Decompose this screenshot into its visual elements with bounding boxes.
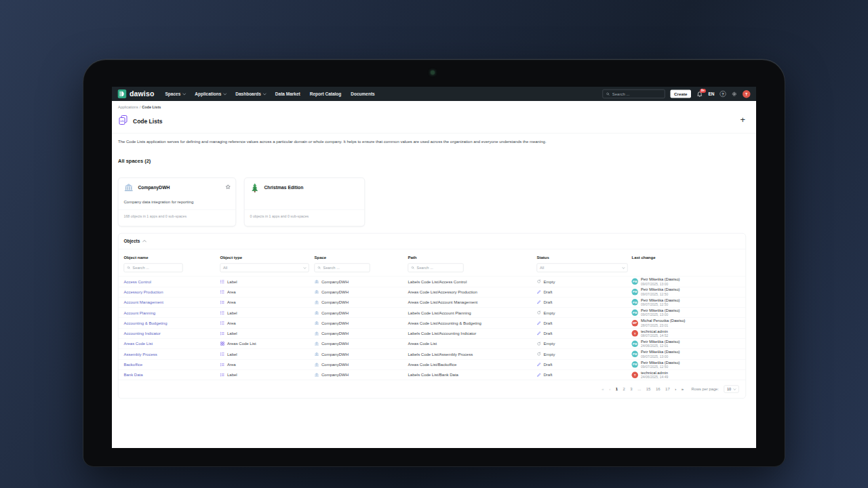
search-icon xyxy=(606,92,610,96)
table-row[interactable]: Access Control Label CompanyDWH Labels C… xyxy=(119,277,746,287)
last-change-user: technical.admin xyxy=(641,371,668,375)
brand-logo[interactable]: dawiso xyxy=(118,89,155,98)
path-label: Areas Code List/Accessory Production xyxy=(408,289,477,294)
last-change-user: Petr Mikeška (Dawiso) xyxy=(641,287,680,292)
page-title: Code Lists xyxy=(133,118,162,125)
space-label: CompanyDWH xyxy=(321,321,349,325)
pencil-icon xyxy=(537,363,542,367)
space-card-christmas-edition[interactable]: Christmas Edition 0 objects in 1 apps an… xyxy=(244,178,365,226)
last-change-time: 24/06/2025, 14:49 xyxy=(641,375,668,380)
space-card-footer: 168 objects in 1 apps and 0 sub-spaces xyxy=(124,214,187,218)
avatar: PM xyxy=(632,289,639,296)
page-button-16[interactable]: 16 xyxy=(656,387,660,392)
page-arrow[interactable]: › xyxy=(675,387,676,392)
object-name-link[interactable]: Account Planning xyxy=(124,310,156,315)
object-name-link[interactable]: Accounting Indicator xyxy=(124,331,161,336)
filter-object-name-input[interactable] xyxy=(132,266,180,270)
page-button-2[interactable]: 2 xyxy=(623,387,625,392)
object-type-label: Areas Code List xyxy=(227,342,256,346)
search-input[interactable] xyxy=(612,92,662,96)
user-avatar[interactable]: T xyxy=(743,90,751,98)
object-type-label: Area xyxy=(227,289,236,294)
notifications-button[interactable]: 9+ xyxy=(696,91,703,98)
table-row[interactable]: Accounting & Budgeting Area CompanyDWH A… xyxy=(119,318,746,328)
breadcrumb: Applications/Code Lists xyxy=(118,105,161,109)
global-search[interactable] xyxy=(603,89,665,98)
filter-object-type-select[interactable]: All xyxy=(220,264,309,272)
space-icon xyxy=(315,300,319,304)
table-row[interactable]: Account Planning Label CompanyDWH Labels… xyxy=(119,307,746,317)
nav-menu-item-dashboards[interactable]: Dashboards xyxy=(235,92,266,97)
space-card-companydwh[interactable]: CompanyDWH Company data integration for … xyxy=(118,178,236,226)
add-button[interactable]: + xyxy=(740,115,745,124)
table-row[interactable]: Accounting Indicator Label CompanyDWH La… xyxy=(119,328,746,338)
column-header-object-name: Object name xyxy=(124,256,149,260)
language-switcher[interactable]: EN xyxy=(708,92,714,97)
space-card-description: Company data integration for reporting xyxy=(124,200,194,205)
object-name-link[interactable]: Backoffice xyxy=(124,362,143,367)
list-icon xyxy=(220,373,225,378)
filter-space-input[interactable] xyxy=(323,266,367,270)
table-row[interactable]: Areas Code List Areas Code List CompanyD… xyxy=(119,338,746,348)
page-button-3[interactable]: 3 xyxy=(630,387,632,392)
space-card-title: CompanyDWH xyxy=(138,185,170,190)
space-icon xyxy=(315,373,319,378)
object-name-link[interactable]: Areas Code List xyxy=(124,342,153,346)
nav-menu-item-spaces[interactable]: Spaces xyxy=(165,92,185,97)
table-row[interactable]: Account Management Area CompanyDWH Areas… xyxy=(119,297,746,307)
filter-path-input[interactable] xyxy=(416,266,460,270)
brand-name: dawiso xyxy=(130,90,154,98)
list-icon xyxy=(220,289,225,294)
object-name-link[interactable]: Accessory Production xyxy=(124,289,163,294)
object-name-link[interactable]: Bank Data xyxy=(124,373,143,378)
pencil-icon xyxy=(537,373,542,378)
nav-menu-item-report-catalog[interactable]: Report Catalog xyxy=(310,92,342,97)
sync-icon xyxy=(537,310,542,315)
filter-status-select[interactable]: All xyxy=(537,264,628,272)
last-change-time: 09/07/2025, 12:50 xyxy=(641,365,680,369)
filter-object-name[interactable] xyxy=(124,264,183,272)
app-description: The Code Lists application serves for de… xyxy=(118,139,667,144)
table-row[interactable]: Assembly Process Label CompanyDWH Labels… xyxy=(119,349,746,359)
table-row[interactable]: Bank Data Label CompanyDWH Labels Code L… xyxy=(119,369,746,380)
nav-menu-item-documents[interactable]: Documents xyxy=(351,92,374,97)
status-label: Empty xyxy=(544,352,555,357)
page-button-1[interactable]: 1 xyxy=(616,387,618,392)
path-label: Areas Code List/Backoffice xyxy=(408,362,457,367)
space-icon xyxy=(315,289,319,294)
path-label: Areas Code List xyxy=(408,342,437,346)
page-button-15[interactable]: 15 xyxy=(646,387,651,392)
space-icon xyxy=(315,321,319,325)
table-row[interactable]: Accessory Production Area CompanyDWH Are… xyxy=(119,287,746,297)
create-button[interactable]: Create xyxy=(671,90,691,98)
page-arrow[interactable]: » xyxy=(682,387,684,392)
status-label: Draft xyxy=(544,300,553,304)
page-arrow: ‹ xyxy=(609,387,610,392)
object-name-link[interactable]: Access Control xyxy=(124,279,151,284)
all-spaces-heading: All spaces (2) xyxy=(118,158,151,164)
space-card-footer: 0 objects in 1 apps and 0 sub-spaces xyxy=(250,214,309,218)
filter-space[interactable] xyxy=(315,264,370,272)
filter-path[interactable] xyxy=(408,264,464,272)
bank-icon xyxy=(124,183,134,193)
notification-badge: 9+ xyxy=(700,89,706,93)
table-row[interactable]: Backoffice Area CompanyDWH Areas Code Li… xyxy=(119,359,746,369)
nav-menu-item-applications[interactable]: Applications xyxy=(195,92,226,97)
page-button-17[interactable]: 17 xyxy=(665,387,670,392)
list-icon xyxy=(220,279,225,284)
rows-per-page-select[interactable]: 10 xyxy=(724,386,738,393)
objects-section-toggle[interactable]: Objects xyxy=(124,239,146,244)
space-label: CompanyDWH xyxy=(321,362,349,367)
star-icon[interactable] xyxy=(225,184,231,192)
page-arrow: « xyxy=(601,387,604,392)
last-change-user: Petr Mikeška (Dawiso) xyxy=(641,340,680,344)
breadcrumb-parent[interactable]: Applications xyxy=(118,105,138,109)
settings-gear-icon[interactable] xyxy=(732,91,738,97)
object-name-link[interactable]: Account Management xyxy=(124,300,163,304)
nav-menu-item-data-market[interactable]: Data Market xyxy=(275,92,300,97)
space-icon xyxy=(315,331,319,336)
object-name-link[interactable]: Assembly Process xyxy=(124,352,157,357)
object-name-link[interactable]: Accounting & Budgeting xyxy=(124,321,167,325)
help-icon[interactable]: ? xyxy=(720,91,726,97)
chevron-down-icon xyxy=(733,387,736,390)
